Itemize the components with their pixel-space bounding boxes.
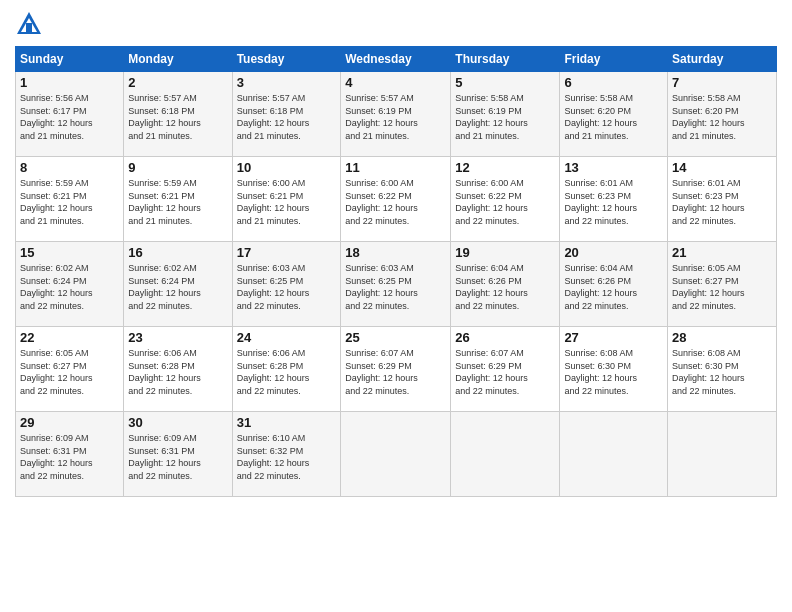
weekday-header-row: SundayMondayTuesdayWednesdayThursdayFrid… bbox=[16, 47, 777, 72]
day-number: 31 bbox=[237, 415, 337, 430]
day-number: 14 bbox=[672, 160, 772, 175]
calendar-cell: 6Sunrise: 5:58 AM Sunset: 6:20 PM Daylig… bbox=[560, 72, 668, 157]
day-info: Sunrise: 6:08 AM Sunset: 6:30 PM Dayligh… bbox=[672, 347, 772, 397]
calendar-week-row: 29Sunrise: 6:09 AM Sunset: 6:31 PM Dayli… bbox=[16, 412, 777, 497]
calendar-cell: 11Sunrise: 6:00 AM Sunset: 6:22 PM Dayli… bbox=[341, 157, 451, 242]
calendar-cell: 25Sunrise: 6:07 AM Sunset: 6:29 PM Dayli… bbox=[341, 327, 451, 412]
calendar-cell: 19Sunrise: 6:04 AM Sunset: 6:26 PM Dayli… bbox=[451, 242, 560, 327]
day-info: Sunrise: 6:09 AM Sunset: 6:31 PM Dayligh… bbox=[128, 432, 227, 482]
calendar-cell: 7Sunrise: 5:58 AM Sunset: 6:20 PM Daylig… bbox=[668, 72, 777, 157]
day-info: Sunrise: 6:07 AM Sunset: 6:29 PM Dayligh… bbox=[455, 347, 555, 397]
calendar-cell: 2Sunrise: 5:57 AM Sunset: 6:18 PM Daylig… bbox=[124, 72, 232, 157]
day-info: Sunrise: 6:00 AM Sunset: 6:21 PM Dayligh… bbox=[237, 177, 337, 227]
day-info: Sunrise: 6:08 AM Sunset: 6:30 PM Dayligh… bbox=[564, 347, 663, 397]
logo bbox=[15, 10, 47, 38]
calendar-cell: 1Sunrise: 5:56 AM Sunset: 6:17 PM Daylig… bbox=[16, 72, 124, 157]
day-info: Sunrise: 5:58 AM Sunset: 6:20 PM Dayligh… bbox=[564, 92, 663, 142]
calendar-week-row: 8Sunrise: 5:59 AM Sunset: 6:21 PM Daylig… bbox=[16, 157, 777, 242]
calendar-cell: 18Sunrise: 6:03 AM Sunset: 6:25 PM Dayli… bbox=[341, 242, 451, 327]
day-number: 5 bbox=[455, 75, 555, 90]
calendar-cell: 9Sunrise: 5:59 AM Sunset: 6:21 PM Daylig… bbox=[124, 157, 232, 242]
day-info: Sunrise: 5:58 AM Sunset: 6:19 PM Dayligh… bbox=[455, 92, 555, 142]
page-container: SundayMondayTuesdayWednesdayThursdayFrid… bbox=[0, 0, 792, 507]
day-number: 28 bbox=[672, 330, 772, 345]
day-info: Sunrise: 6:01 AM Sunset: 6:23 PM Dayligh… bbox=[564, 177, 663, 227]
calendar-cell: 23Sunrise: 6:06 AM Sunset: 6:28 PM Dayli… bbox=[124, 327, 232, 412]
header bbox=[15, 10, 777, 38]
calendar-header: SundayMondayTuesdayWednesdayThursdayFrid… bbox=[16, 47, 777, 72]
day-number: 24 bbox=[237, 330, 337, 345]
day-number: 26 bbox=[455, 330, 555, 345]
day-info: Sunrise: 6:03 AM Sunset: 6:25 PM Dayligh… bbox=[345, 262, 446, 312]
day-info: Sunrise: 6:05 AM Sunset: 6:27 PM Dayligh… bbox=[20, 347, 119, 397]
day-number: 7 bbox=[672, 75, 772, 90]
calendar-cell: 3Sunrise: 5:57 AM Sunset: 6:18 PM Daylig… bbox=[232, 72, 341, 157]
day-number: 23 bbox=[128, 330, 227, 345]
day-info: Sunrise: 6:02 AM Sunset: 6:24 PM Dayligh… bbox=[128, 262, 227, 312]
calendar-cell: 8Sunrise: 5:59 AM Sunset: 6:21 PM Daylig… bbox=[16, 157, 124, 242]
day-info: Sunrise: 5:57 AM Sunset: 6:18 PM Dayligh… bbox=[237, 92, 337, 142]
calendar-body: 1Sunrise: 5:56 AM Sunset: 6:17 PM Daylig… bbox=[16, 72, 777, 497]
day-number: 1 bbox=[20, 75, 119, 90]
day-info: Sunrise: 5:57 AM Sunset: 6:18 PM Dayligh… bbox=[128, 92, 227, 142]
calendar-cell: 31Sunrise: 6:10 AM Sunset: 6:32 PM Dayli… bbox=[232, 412, 341, 497]
day-number: 15 bbox=[20, 245, 119, 260]
day-number: 8 bbox=[20, 160, 119, 175]
weekday-header-friday: Friday bbox=[560, 47, 668, 72]
day-info: Sunrise: 6:01 AM Sunset: 6:23 PM Dayligh… bbox=[672, 177, 772, 227]
day-number: 20 bbox=[564, 245, 663, 260]
calendar-cell: 15Sunrise: 6:02 AM Sunset: 6:24 PM Dayli… bbox=[16, 242, 124, 327]
calendar-cell: 21Sunrise: 6:05 AM Sunset: 6:27 PM Dayli… bbox=[668, 242, 777, 327]
day-number: 25 bbox=[345, 330, 446, 345]
day-number: 22 bbox=[20, 330, 119, 345]
day-number: 16 bbox=[128, 245, 227, 260]
day-info: Sunrise: 6:05 AM Sunset: 6:27 PM Dayligh… bbox=[672, 262, 772, 312]
day-number: 18 bbox=[345, 245, 446, 260]
weekday-header-tuesday: Tuesday bbox=[232, 47, 341, 72]
day-info: Sunrise: 6:02 AM Sunset: 6:24 PM Dayligh… bbox=[20, 262, 119, 312]
logo-icon bbox=[15, 10, 43, 38]
day-info: Sunrise: 6:07 AM Sunset: 6:29 PM Dayligh… bbox=[345, 347, 446, 397]
calendar-cell bbox=[668, 412, 777, 497]
weekday-header-sunday: Sunday bbox=[16, 47, 124, 72]
weekday-header-wednesday: Wednesday bbox=[341, 47, 451, 72]
calendar-cell: 14Sunrise: 6:01 AM Sunset: 6:23 PM Dayli… bbox=[668, 157, 777, 242]
day-info: Sunrise: 5:59 AM Sunset: 6:21 PM Dayligh… bbox=[20, 177, 119, 227]
calendar-cell: 17Sunrise: 6:03 AM Sunset: 6:25 PM Dayli… bbox=[232, 242, 341, 327]
calendar-cell: 26Sunrise: 6:07 AM Sunset: 6:29 PM Dayli… bbox=[451, 327, 560, 412]
day-number: 29 bbox=[20, 415, 119, 430]
calendar-cell: 30Sunrise: 6:09 AM Sunset: 6:31 PM Dayli… bbox=[124, 412, 232, 497]
day-info: Sunrise: 6:04 AM Sunset: 6:26 PM Dayligh… bbox=[455, 262, 555, 312]
weekday-header-monday: Monday bbox=[124, 47, 232, 72]
svg-rect-2 bbox=[26, 23, 32, 32]
day-info: Sunrise: 6:10 AM Sunset: 6:32 PM Dayligh… bbox=[237, 432, 337, 482]
day-number: 9 bbox=[128, 160, 227, 175]
day-info: Sunrise: 6:03 AM Sunset: 6:25 PM Dayligh… bbox=[237, 262, 337, 312]
day-number: 27 bbox=[564, 330, 663, 345]
calendar-cell: 13Sunrise: 6:01 AM Sunset: 6:23 PM Dayli… bbox=[560, 157, 668, 242]
day-info: Sunrise: 6:00 AM Sunset: 6:22 PM Dayligh… bbox=[455, 177, 555, 227]
day-info: Sunrise: 6:06 AM Sunset: 6:28 PM Dayligh… bbox=[237, 347, 337, 397]
calendar-cell: 22Sunrise: 6:05 AM Sunset: 6:27 PM Dayli… bbox=[16, 327, 124, 412]
calendar-cell: 16Sunrise: 6:02 AM Sunset: 6:24 PM Dayli… bbox=[124, 242, 232, 327]
calendar-cell: 29Sunrise: 6:09 AM Sunset: 6:31 PM Dayli… bbox=[16, 412, 124, 497]
day-number: 10 bbox=[237, 160, 337, 175]
calendar-cell: 5Sunrise: 5:58 AM Sunset: 6:19 PM Daylig… bbox=[451, 72, 560, 157]
day-number: 3 bbox=[237, 75, 337, 90]
day-number: 17 bbox=[237, 245, 337, 260]
calendar-cell bbox=[451, 412, 560, 497]
calendar-table: SundayMondayTuesdayWednesdayThursdayFrid… bbox=[15, 46, 777, 497]
calendar-cell: 12Sunrise: 6:00 AM Sunset: 6:22 PM Dayli… bbox=[451, 157, 560, 242]
weekday-header-thursday: Thursday bbox=[451, 47, 560, 72]
day-info: Sunrise: 5:59 AM Sunset: 6:21 PM Dayligh… bbox=[128, 177, 227, 227]
day-info: Sunrise: 6:00 AM Sunset: 6:22 PM Dayligh… bbox=[345, 177, 446, 227]
calendar-cell: 20Sunrise: 6:04 AM Sunset: 6:26 PM Dayli… bbox=[560, 242, 668, 327]
day-info: Sunrise: 6:06 AM Sunset: 6:28 PM Dayligh… bbox=[128, 347, 227, 397]
calendar-cell: 10Sunrise: 6:00 AM Sunset: 6:21 PM Dayli… bbox=[232, 157, 341, 242]
day-number: 12 bbox=[455, 160, 555, 175]
day-info: Sunrise: 5:56 AM Sunset: 6:17 PM Dayligh… bbox=[20, 92, 119, 142]
day-number: 2 bbox=[128, 75, 227, 90]
calendar-cell: 24Sunrise: 6:06 AM Sunset: 6:28 PM Dayli… bbox=[232, 327, 341, 412]
day-number: 30 bbox=[128, 415, 227, 430]
day-number: 21 bbox=[672, 245, 772, 260]
